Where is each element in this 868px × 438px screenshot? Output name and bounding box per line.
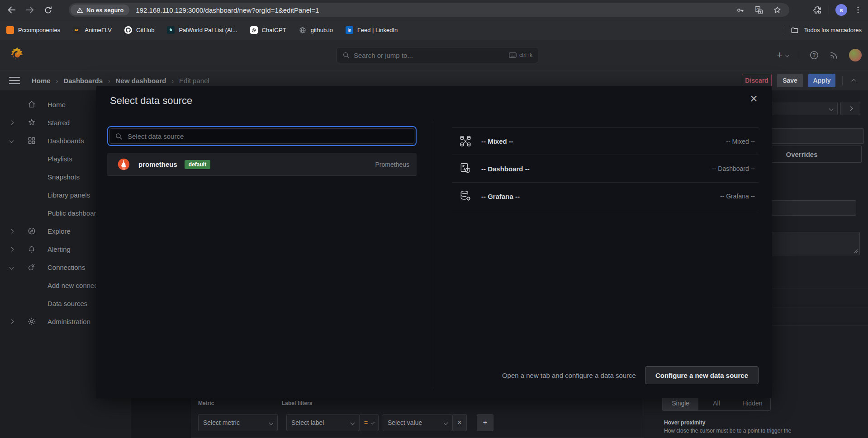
operator-dropdown[interactable]: = [359,414,379,431]
browser-menu-icon[interactable] [854,5,863,14]
builtin-datasource-list: -- Mixed -- -- Mixed -- -- Dashboard -- … [452,127,759,210]
builtin-item-dashboard[interactable]: -- Dashboard -- -- Dashboard -- [452,155,759,183]
close-icon[interactable]: × [747,89,760,108]
discard-button[interactable]: Discard [742,74,772,87]
bookmark-label: github.io [311,27,333,33]
datasource-name: prometheus [138,160,177,168]
breadcrumb-separator: › [108,77,110,85]
chevron-right-icon[interactable] [9,247,14,251]
translate-icon[interactable]: G [754,5,764,15]
bookmark-label: GitHub [136,27,154,33]
warning-icon [76,7,83,14]
news-icon[interactable] [829,50,839,60]
bookmark-label: AnimeFLV [85,27,112,33]
chatgpt-favicon [250,26,258,34]
all-bookmarks-label: Todos los marcadores [804,27,862,33]
mega-menu-icon[interactable] [9,76,20,85]
toolbar-separator [829,5,829,14]
remove-filter-button[interactable]: × [452,414,467,431]
grafana-datasource-icon [459,189,472,203]
chevron-down-icon [785,53,790,57]
all-bookmarks[interactable]: Todos los marcadores [785,26,862,35]
bookmark-animeflv[interactable]: AF AnimeFLV [73,26,112,34]
url-text[interactable]: 192.168.110.129:3000/dashboard/new?orgId… [136,6,319,14]
forward-icon[interactable] [21,2,39,18]
github-favicon [124,26,132,34]
configure-new-datasource-button[interactable]: Configure a new data source [645,366,759,384]
mixed-datasource-icon [459,135,472,148]
search-placeholder: Search or jump to... [354,52,413,59]
datasource-item-prometheus[interactable]: prometheus default Prometheus [107,153,417,176]
label-filters-label: Label filters [282,400,312,406]
chevron-right-icon[interactable] [9,229,14,233]
reload-icon[interactable] [39,2,57,18]
bookmark-label: ChatGPT [262,27,286,33]
breadcrumb-dashboards[interactable]: Dashboards [63,77,103,85]
star-icon [27,118,36,127]
grafana-topbar: Search or jump to... ctrl+k + ? [0,40,868,70]
screen: No es seguro 192.168.110.129:3000/dashbo… [0,0,868,438]
dashboard-datasource-icon [459,162,472,175]
actions-separator [842,76,843,85]
grafana-profile-avatar[interactable] [849,49,862,61]
bookmark-chatgpt[interactable]: ChatGPT [250,26,286,34]
expand-pane-button[interactable] [840,102,860,115]
security-chip[interactable]: No es seguro [71,5,129,15]
search-shortcut: ctrl+k [509,52,532,58]
plug-icon [27,263,36,272]
select-datasource-modal: Select data source × prometheus default … [96,86,772,398]
bookmark-githubio[interactable]: github.io [299,26,333,34]
address-bar[interactable]: No es seguro 192.168.110.129:3000/dashbo… [69,3,789,17]
bookmark-linkedin[interactable]: in Feed | LinkedIn [346,26,398,34]
chevron-down-icon[interactable] [9,138,14,143]
collapse-panel-icon[interactable] [852,79,856,84]
bookmark-pccomponentes[interactable]: Pccomponentes [6,26,60,34]
apply-button[interactable]: Apply [808,74,835,87]
bookmark-github[interactable]: GitHub [124,26,154,34]
prometheus-icon [117,158,130,171]
chevron-right-icon[interactable] [9,120,14,125]
resize-handle-icon[interactable] [854,249,858,254]
modal-title: Select data source [110,95,192,107]
add-filter-button[interactable]: + [477,414,493,431]
help-icon[interactable]: ? [809,50,819,60]
add-menu-button[interactable]: + [777,50,789,60]
bookmark-label: Pccomponentes [18,27,60,33]
browser-profile-avatar[interactable]: s [835,4,847,16]
topbar-separator [799,51,799,60]
folder-icon [791,26,799,34]
global-search-input[interactable]: Search or jump to... ctrl+k [337,47,538,63]
chevron-down-icon [444,420,448,425]
bookmark-label: Feed | LinkedIn [357,27,398,33]
builtin-item-mixed[interactable]: -- Mixed -- -- Mixed -- [452,127,759,155]
grafana-logo[interactable] [9,47,26,63]
modal-footer: Open a new tab and configure a data sour… [452,365,759,385]
keyboard-icon [509,52,517,58]
animeflv-favicon: AF [73,26,81,34]
datasource-search-input[interactable] [127,132,409,141]
back-icon[interactable] [3,2,21,18]
extensions-icon[interactable] [812,5,822,15]
bookmark-palworld[interactable]: PalWorld Pal List (Al... [167,26,237,34]
bookmark-star-icon[interactable] [773,5,782,15]
chevron-down-icon [829,106,834,111]
compass-icon [27,226,36,235]
gear-icon [27,317,36,326]
bell-icon [27,245,36,254]
chevron-down-icon [269,420,274,425]
search-icon [115,132,123,140]
select-metric-dropdown[interactable]: Select metric [198,414,278,431]
bookmarks-bar: Pccomponentes AF AnimeFLV GitHub PalWorl… [0,20,868,40]
modal-column-divider [434,121,434,389]
hover-proximity-label: Hover proximity [664,419,705,426]
breadcrumb-new-dashboard[interactable]: New dashboard [116,77,166,85]
chevron-right-icon [848,106,853,111]
select-label-dropdown[interactable]: Select label [286,414,359,431]
save-button[interactable]: Save [777,74,803,87]
breadcrumb-home[interactable]: Home [32,77,51,85]
chevron-down-icon[interactable] [9,265,14,269]
select-value-dropdown[interactable]: Select value [383,414,452,431]
builtin-item-grafana[interactable]: -- Grafana -- -- Grafana -- [452,183,759,210]
chevron-right-icon[interactable] [9,319,14,324]
password-key-icon[interactable] [735,5,745,15]
